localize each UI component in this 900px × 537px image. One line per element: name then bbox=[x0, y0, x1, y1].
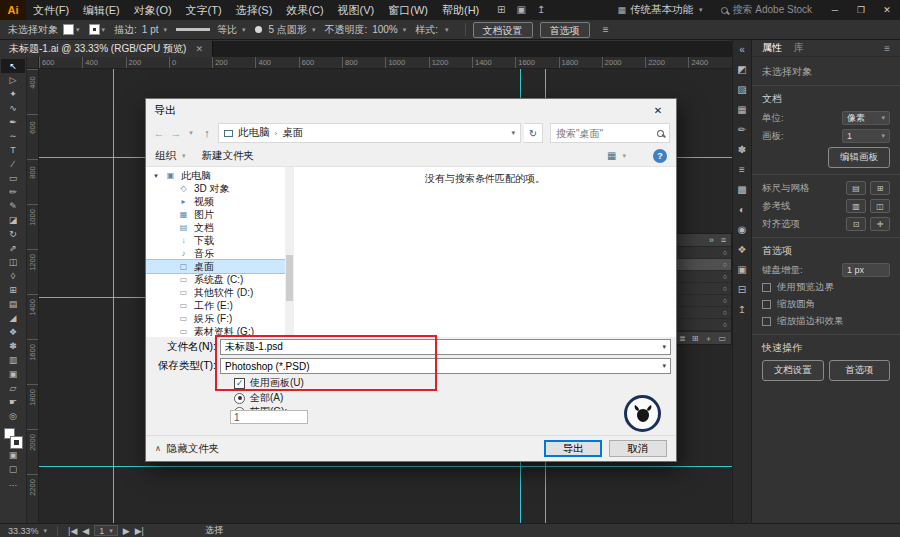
menu-object[interactable]: 对象(O) bbox=[127, 0, 179, 20]
document-setup-button[interactable]: 文档设置 bbox=[473, 22, 533, 38]
filename-combo[interactable]: ▾ bbox=[220, 339, 671, 355]
target-circle-icon[interactable]: ○ bbox=[723, 249, 727, 256]
column-graph-tool[interactable]: ▥ bbox=[1, 353, 25, 367]
blend-tool[interactable]: ❖ bbox=[1, 325, 25, 339]
artboard-tool[interactable]: ▣ bbox=[1, 367, 25, 381]
all-radio[interactable]: 全部(A) bbox=[234, 391, 283, 405]
selection-tool[interactable]: ↖ bbox=[1, 59, 25, 73]
menu-effect[interactable]: 效果(C) bbox=[279, 0, 330, 20]
dialog-close-button[interactable]: ✕ bbox=[640, 99, 676, 121]
tree-music[interactable]: ♪ 音乐 bbox=[146, 247, 294, 260]
search-box[interactable] bbox=[550, 123, 670, 143]
stroke-color-control[interactable]: ▾ bbox=[89, 24, 106, 35]
layers-panel-icon[interactable]: ▣ bbox=[737, 264, 746, 277]
tree-drive-e[interactable]: ▭ 工作 (E:) bbox=[146, 299, 294, 312]
first-artboard-button[interactable]: |◀ bbox=[68, 526, 77, 536]
target-circle-icon[interactable]: ○ bbox=[723, 321, 727, 328]
document-layout-icon[interactable]: ▣ bbox=[512, 0, 530, 20]
collapse-panel-icon[interactable]: » bbox=[709, 235, 714, 245]
direct-selection-tool[interactable]: ▷ bbox=[1, 73, 25, 87]
menu-select[interactable]: 选择(S) bbox=[229, 0, 280, 20]
brushes-panel-icon[interactable]: ✏ bbox=[738, 124, 746, 137]
up-button[interactable]: ↑ bbox=[199, 127, 215, 139]
drawing-mode-icon[interactable]: ▣ bbox=[1, 448, 25, 462]
gradient-panel-icon[interactable]: ▩ bbox=[737, 184, 746, 197]
artboards-panel-icon[interactable]: ⊟ bbox=[738, 284, 746, 297]
appearance-panel-icon[interactable]: ◉ bbox=[738, 224, 747, 237]
guide-line[interactable] bbox=[39, 466, 732, 467]
cancel-button[interactable]: 取消 bbox=[609, 440, 667, 457]
guide-line[interactable] bbox=[113, 69, 114, 523]
artboard-navigation-select[interactable]: 1 ▾ bbox=[94, 525, 118, 536]
brush-select[interactable]: 5 点圆形 ▾ bbox=[255, 23, 316, 37]
panel-menu-icon[interactable]: ≡ bbox=[884, 43, 890, 54]
breadcrumb-root[interactable]: 此电脑 bbox=[238, 126, 270, 140]
panel-menu-icon[interactable]: ≡ bbox=[721, 235, 726, 245]
expand-panels-icon[interactable]: « bbox=[739, 44, 745, 57]
vertical-ruler[interactable]: 4006008001000120014001600180020002200 bbox=[27, 69, 39, 523]
tree-drive-g[interactable]: ▭ 素材资料 (G:) bbox=[146, 325, 294, 337]
opacity-select[interactable]: 100% ▾ bbox=[372, 24, 406, 35]
menu-window[interactable]: 窗口(W) bbox=[381, 0, 435, 20]
previous-artboard-button[interactable]: ◀ bbox=[82, 526, 89, 536]
width-profile-select[interactable]: 等比 ▾ bbox=[176, 23, 246, 37]
eraser-tool[interactable]: ◪ bbox=[1, 213, 25, 227]
lasso-tool[interactable]: ∿ bbox=[1, 101, 25, 115]
option-button[interactable]: ✛ bbox=[870, 217, 890, 231]
horizontal-ruler[interactable]: 6004002000200400600800100012001400160018… bbox=[39, 57, 732, 69]
rectangle-tool[interactable]: ▭ bbox=[1, 171, 25, 185]
scrollbar[interactable] bbox=[285, 167, 294, 337]
stroke-panel-icon[interactable]: ≡ bbox=[739, 164, 745, 177]
option-button[interactable]: ▥ bbox=[846, 199, 866, 213]
scale-tool[interactable]: ⇗ bbox=[1, 241, 25, 255]
tree-this-pc[interactable]: ▾ ▣ 此电脑 bbox=[146, 169, 294, 182]
unit-select[interactable]: 像素 ▾ bbox=[842, 111, 890, 125]
option-button[interactable]: ▤ bbox=[846, 181, 866, 195]
color-guide-panel-icon[interactable]: ▨ bbox=[737, 84, 746, 97]
tab-libraries[interactable]: 库 bbox=[794, 41, 804, 55]
tree-documents[interactable]: ▤ 文档 bbox=[146, 221, 294, 234]
workspace-switcher-button[interactable]: ▦ 传统基本功能 ▾ bbox=[609, 3, 710, 17]
hand-tool[interactable]: ☛ bbox=[1, 395, 25, 409]
stock-search[interactable]: 搜索 Adobe Stock bbox=[711, 3, 822, 17]
swatches-panel-icon[interactable]: ▦ bbox=[737, 104, 746, 117]
last-artboard-button[interactable]: ▶| bbox=[135, 526, 144, 536]
symbol-sprayer-tool[interactable]: ✽ bbox=[1, 339, 25, 353]
fill-color-control[interactable]: ▾ bbox=[63, 24, 80, 35]
tab-properties[interactable]: 属性 bbox=[762, 41, 782, 55]
option-button[interactable]: ⊞ bbox=[870, 181, 890, 195]
dialog-title-bar[interactable]: 导出 ✕ bbox=[146, 99, 676, 121]
keyboard-increment-input[interactable]: 1 px bbox=[842, 263, 890, 277]
export-button[interactable]: 导出 bbox=[544, 440, 602, 457]
delete-icon[interactable]: ▭ bbox=[718, 334, 726, 343]
share-icon[interactable]: ↥ bbox=[532, 0, 550, 20]
curvature-tool[interactable]: ∼ bbox=[1, 129, 25, 143]
caret-down-icon[interactable]: ▾ bbox=[511, 129, 515, 137]
zoom-tool[interactable]: ◎ bbox=[1, 409, 25, 423]
tree-drive-d[interactable]: ▭ 其他软件 (D:) bbox=[146, 286, 294, 299]
symbols-panel-icon[interactable]: ✽ bbox=[738, 144, 746, 157]
option-button[interactable]: ⊡ bbox=[846, 217, 866, 231]
slice-tool[interactable]: ▱ bbox=[1, 381, 25, 395]
scrollbar-thumb[interactable] bbox=[286, 255, 293, 301]
transparency-panel-icon[interactable]: ◐ bbox=[739, 204, 745, 217]
stroke-width-select[interactable]: 1 pt ▾ bbox=[142, 24, 167, 35]
add-icon[interactable]: ＋ bbox=[704, 333, 712, 344]
tree-pictures[interactable]: ▦ 图片 bbox=[146, 208, 294, 221]
zoom-control[interactable]: 33.33% ▾ bbox=[8, 526, 47, 536]
tree-3d-objects[interactable]: ◇ 3D 对象 bbox=[146, 182, 294, 195]
scale-strokes-effects-checkbox[interactable]: 缩放描边和效果 bbox=[762, 315, 890, 328]
gradient-tool[interactable]: ▤ bbox=[1, 297, 25, 311]
use-artboards-checkbox[interactable]: ✓ 使用画板(U) bbox=[234, 376, 304, 390]
menu-type[interactable]: 文字(T) bbox=[179, 0, 229, 20]
view-mode-button[interactable]: ▦ ▾ bbox=[607, 150, 626, 161]
file-list-area[interactable]: 没有与搜索条件匹配的项。 bbox=[294, 167, 676, 337]
help-button[interactable]: ? bbox=[653, 149, 667, 163]
tree-downloads[interactable]: ↓ 下载 bbox=[146, 234, 294, 247]
tree-drive-f[interactable]: ▭ 娱乐 (F:) bbox=[146, 312, 294, 325]
range-input[interactable] bbox=[230, 410, 308, 424]
search-input[interactable] bbox=[556, 128, 653, 139]
eyedropper-tool[interactable]: ◢ bbox=[1, 311, 25, 325]
menu-help[interactable]: 帮助(H) bbox=[435, 0, 486, 20]
rotate-tool[interactable]: ↻ bbox=[1, 227, 25, 241]
